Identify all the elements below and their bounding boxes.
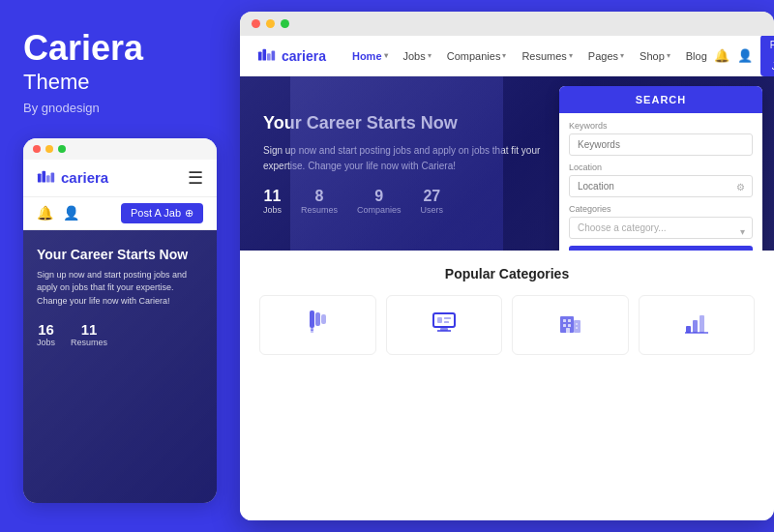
location-input[interactable] [569,175,753,197]
search-header: SEARCH [559,86,762,113]
user-nav-icon[interactable]: 👤 [737,48,753,63]
svg-rect-25 [566,328,570,333]
svg-rect-0 [38,173,42,182]
location-settings-icon: ⚙ [736,181,745,192]
hero-stat-jobs-label: Jobs [263,205,282,215]
nav-item-resumes[interactable]: Resumes ▾ [515,50,579,62]
nav-item-pages[interactable]: Pages ▾ [581,50,631,62]
nav-shop-label: Shop [640,50,665,62]
hero-bg-decoration [290,76,503,251]
browser-dot-yellow [266,19,275,28]
mobile-hero-text: Sign up now and start posting jobs and a… [37,269,203,309]
nav-pages-arrow: ▾ [620,51,624,60]
mobile-post-btn-label: Post A Jab [131,207,181,219]
category-icon-chart [647,308,747,337]
nav-item-companies[interactable]: Companies ▾ [440,50,514,62]
mobile-stat-jobs: 16 Jobs [37,321,55,347]
nav-item-shop[interactable]: Shop ▾ [633,50,677,62]
mobile-stat-jobs-num: 16 [38,321,54,338]
svg-rect-11 [315,312,320,326]
svg-rect-27 [576,327,578,329]
mobile-nav: cariera ☰ [23,160,217,197]
svg-rect-21 [563,319,566,322]
nav-item-home[interactable]: Home ▾ [345,50,395,62]
category-card-chart[interactable] [639,295,756,355]
nav-jobs-arrow: ▾ [428,51,432,60]
mobile-hero: Your Career Starts Now Sign up now and s… [23,230,217,503]
mobile-logo: cariera [37,168,108,188]
mobile-icon-group: 🔔 👤 [37,205,79,221]
site-logo-text: cariera [282,48,326,64]
bell-nav-icon[interactable]: 🔔 [714,48,729,63]
categories-label: Categories [569,204,753,214]
nav-blog-label: Blog [686,50,707,62]
mobile-post-job-button[interactable]: Post A Jab ⊕ [121,203,203,223]
mobile-stat-jobs-label: Jobs [37,338,55,347]
hero-stat-jobs: 11 Jobs [263,188,282,215]
svg-rect-8 [310,310,314,328]
svg-rect-3 [51,172,55,182]
nav-item-blog[interactable]: Blog [679,50,714,62]
svg-rect-22 [568,319,571,322]
svg-rect-28 [686,326,691,333]
svg-rect-20 [574,320,580,333]
mobile-hero-title: Your Career Starts Now [37,246,203,263]
svg-rect-12 [321,314,326,324]
nav-item-jobs[interactable]: Jobs ▾ [397,50,438,62]
dot-green [58,145,66,153]
hamburger-icon[interactable]: ☰ [188,167,203,189]
mobile-stat-resumes-num: 11 [81,321,98,338]
browser-chrome [240,12,774,36]
nav-home-arrow: ▾ [384,51,388,60]
category-card-building[interactable] [512,295,629,355]
bell-icon[interactable]: 🔔 [37,205,53,221]
svg-rect-5 [262,48,266,60]
mobile-stat-resumes-label: Resumes [71,338,107,347]
svg-rect-6 [267,53,271,60]
svg-rect-30 [700,315,704,333]
left-panel: Cariera Theme By gnodesign cariera ☰ � [0,0,240,532]
brand-subtitle: Theme [23,70,217,95]
category-card-pencil[interactable] [259,295,376,355]
browser-content: cariera Home ▾ Jobs ▾ Companies ▾ Resume… [240,36,774,520]
user-icon[interactable]: 👤 [63,205,79,221]
svg-rect-23 [563,324,566,327]
categories-section: Popular Categories [240,251,774,520]
browser-dot-red [252,19,260,28]
dot-yellow [45,145,53,153]
svg-rect-13 [433,313,455,327]
site-logo-icon [257,46,277,66]
browser-window: cariera Home ▾ Jobs ▾ Companies ▾ Resume… [240,12,774,520]
svg-rect-2 [46,175,50,182]
mobile-post-btn-icon: ⊕ [185,207,194,220]
nav-resumes-label: Resumes [521,50,566,62]
site-nav-actions: 🔔 👤 Post A Job ⊕ [714,36,774,76]
nav-pages-label: Pages [588,50,618,62]
nav-companies-label: Companies [447,50,501,62]
site-hero: Your Career Starts Now Sign up now and s… [240,76,774,251]
categories-grid [259,295,755,355]
nav-home-label: Home [352,50,382,62]
categories-select[interactable]: Choose a category... [569,217,753,239]
category-icon-pencil [268,308,368,337]
nav-jobs-label: Jobs [403,50,426,62]
svg-rect-7 [272,50,276,60]
category-card-monitor[interactable] [386,295,503,355]
brand-by: By gnodesign [23,101,217,115]
category-icon-building [521,308,620,337]
location-field-wrapper: ⚙ [569,175,753,197]
site-nav-links: Home ▾ Jobs ▾ Companies ▾ Resumes ▾ Page… [345,50,714,62]
svg-rect-4 [258,51,262,60]
categories-field-wrapper: Choose a category... ▾ [569,217,753,246]
site-nav: cariera Home ▾ Jobs ▾ Companies ▾ Resume… [240,36,774,76]
keywords-input[interactable] [569,133,753,156]
search-button[interactable]: 🔍 SEARCH [569,246,753,251]
category-icon-monitor [395,308,494,337]
mobile-stat-resumes: 11 Resumes [71,321,107,347]
search-body: Keywords Location ⚙ Categories Choose a … [559,113,762,251]
location-label: Location [569,163,753,172]
post-job-button[interactable]: Post A Job ⊕ [760,36,774,76]
hero-stat-jobs-num: 11 [263,188,282,205]
svg-rect-16 [437,317,442,323]
select-arrow-icon: ▾ [740,226,745,237]
